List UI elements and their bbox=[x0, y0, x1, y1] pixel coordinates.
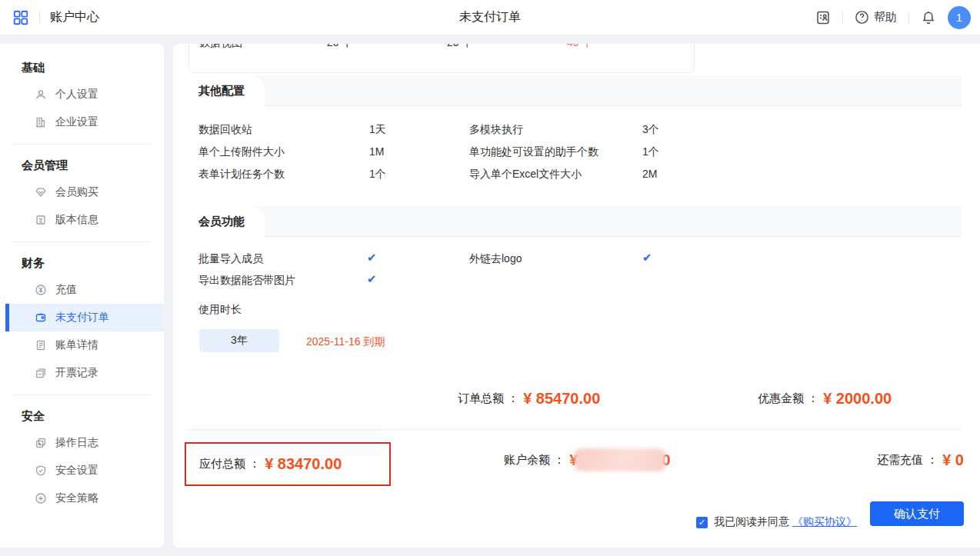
other-config-tab-strip: 其他配置 bbox=[188, 75, 962, 106]
sidebar-item-bill-details[interactable]: 账单详情 bbox=[0, 331, 164, 359]
sidebar-item-label: 开票记录 bbox=[55, 366, 98, 380]
sidebar-divider bbox=[12, 395, 152, 395]
bill-doc-icon bbox=[35, 339, 47, 351]
sidebar-item-personal-settings[interactable]: 个人设置 bbox=[0, 81, 164, 108]
header-divider bbox=[842, 12, 843, 24]
sidebar-item-label: 未支付订单 bbox=[55, 311, 109, 325]
discount-value: ¥ 2000.00 bbox=[823, 390, 892, 408]
invoice-icon bbox=[35, 367, 47, 379]
confirm-pay-button[interactable]: 确认支付 bbox=[870, 501, 964, 526]
shield-check-icon bbox=[35, 464, 47, 477]
check-icon: ✔ bbox=[367, 251, 377, 265]
quota-row-added: 20 个 bbox=[447, 44, 472, 50]
yen-circle-icon bbox=[35, 284, 47, 296]
sidebar-item-label: 企业设置 bbox=[55, 115, 98, 129]
quota-table-row: 数据视图 20 个 20 个 40 个 bbox=[189, 44, 694, 51]
header-divider bbox=[39, 12, 40, 24]
order-total-value: ¥ 85470.00 bbox=[523, 390, 600, 408]
help-icon bbox=[855, 10, 869, 25]
sidebar-divider bbox=[12, 144, 152, 145]
wallet-icon bbox=[35, 311, 47, 324]
sidebar-item-enterprise-settings[interactable]: 企业设置 bbox=[0, 108, 164, 136]
config-value: 1M bbox=[369, 145, 384, 158]
sidebar-divider bbox=[12, 241, 152, 242]
payable-value: ¥ 83470.00 bbox=[265, 455, 342, 473]
sidebar-heading-security: 安全 bbox=[0, 403, 164, 429]
balance-redacted-blur bbox=[575, 448, 665, 471]
config-value: 2M bbox=[642, 168, 657, 180]
config-value: 1个 bbox=[642, 145, 659, 159]
duration-label: 使用时长 bbox=[198, 303, 242, 317]
quota-table-card: 数据视图 20 个 20 个 40 个 bbox=[188, 44, 695, 73]
config-label: 数据回收站 bbox=[198, 123, 252, 137]
purchase-agreement-link[interactable]: 《购买协议》 bbox=[792, 515, 857, 529]
balance-label: 账户余额 ： bbox=[504, 453, 565, 468]
config-label: 多模块执行 bbox=[469, 123, 523, 137]
sidebar-item-label: 版本信息 bbox=[55, 213, 98, 227]
quota-row-total: 40 个 bbox=[567, 44, 592, 50]
diamond-icon bbox=[35, 186, 47, 198]
contact-book-icon[interactable] bbox=[815, 10, 831, 25]
summary-divider bbox=[188, 429, 962, 430]
config-value: 3个 bbox=[642, 123, 659, 137]
agreement-checkbox[interactable]: ✓ bbox=[696, 517, 708, 528]
app-title: 账户中心 bbox=[50, 9, 99, 25]
sidebar-item-label: 安全策略 bbox=[55, 491, 98, 505]
sidebar-item-unpaid-orders[interactable]: 未支付订单 bbox=[0, 304, 164, 331]
sidebar-nav: 基础 个人设置 企业设置 会员管理 会员购买 版本信息 bbox=[0, 44, 164, 548]
discount-label: 优惠金额 ： bbox=[758, 391, 818, 406]
logs-icon bbox=[35, 437, 47, 449]
sidebar-item-label: 个人设置 bbox=[55, 88, 98, 102]
feature-label: 外链去logo bbox=[469, 252, 522, 266]
config-value: 1个 bbox=[369, 168, 386, 181]
tab-member-features[interactable]: 会员功能 bbox=[188, 206, 265, 238]
config-value: 1天 bbox=[369, 123, 386, 137]
feature-label: 批量导入成员 bbox=[198, 252, 263, 266]
order-total-label: 订单总额 ： bbox=[458, 391, 518, 406]
user-icon bbox=[35, 88, 47, 101]
config-label: 表单计划任务个数 bbox=[198, 168, 285, 181]
help-button[interactable]: 帮助 bbox=[855, 10, 897, 25]
building-icon bbox=[35, 116, 47, 128]
sidebar-item-invoice-records[interactable]: 开票记录 bbox=[0, 359, 164, 387]
agreement-text: 我已阅读并同意 bbox=[714, 515, 789, 529]
page: 账户中心 未支付订单 帮助 bbox=[0, 0, 980, 556]
circle-plus-icon bbox=[35, 492, 47, 504]
user-avatar[interactable]: 1 bbox=[948, 6, 971, 29]
discount-group: 优惠金额 ： ¥ 2000.00 bbox=[758, 390, 892, 408]
payable-annotation-box: 应付总额 ： ¥ 83470.00 bbox=[185, 442, 391, 486]
config-label: 单功能处可设置的助手个数 bbox=[469, 145, 598, 159]
top-header: 账户中心 未支付订单 帮助 bbox=[0, 0, 980, 35]
duration-option-chip[interactable]: 3年 bbox=[199, 329, 279, 352]
main-content: 数据视图 20 个 20 个 40 个 其他配置 数据回收站 1天 多模块执行 … bbox=[173, 44, 980, 548]
recharge-needed-group: 还需充值 ： ¥ 0 bbox=[877, 448, 964, 471]
notification-bell-icon[interactable] bbox=[921, 10, 936, 25]
quota-row-current: 20 个 bbox=[327, 44, 352, 50]
sidebar-item-operation-logs[interactable]: 操作日志 bbox=[0, 429, 164, 457]
sidebar-item-version-info[interactable]: 版本信息 bbox=[0, 206, 164, 234]
sidebar-item-member-purchase[interactable]: 会员购买 bbox=[0, 178, 164, 206]
sidebar-item-security-policy[interactable]: 安全策略 bbox=[0, 484, 164, 512]
recharge-label: 还需充值 ： bbox=[877, 453, 938, 468]
header-divider bbox=[908, 12, 909, 24]
help-label: 帮助 bbox=[874, 10, 897, 25]
sidebar-item-label: 会员购买 bbox=[55, 185, 98, 199]
check-icon: ✔ bbox=[367, 272, 377, 286]
version-doc-icon bbox=[35, 214, 47, 226]
feature-label: 导出数据能否带图片 bbox=[198, 274, 295, 288]
agreement-row: ✓ 我已阅读并同意 《购买协议》 bbox=[696, 515, 857, 529]
sidebar-heading-membership: 会员管理 bbox=[0, 152, 164, 178]
sidebar-item-label: 操作日志 bbox=[55, 436, 98, 450]
config-label: 导入单个Excel文件大小 bbox=[469, 168, 582, 181]
sidebar-item-label: 充值 bbox=[55, 283, 77, 297]
app-grid-icon[interactable] bbox=[12, 9, 29, 26]
sidebar-item-recharge[interactable]: 充值 bbox=[0, 276, 164, 304]
quota-row-label: 数据视图 bbox=[199, 44, 242, 50]
config-label: 单个上传附件大小 bbox=[198, 145, 285, 159]
sidebar-heading-basic: 基础 bbox=[0, 55, 164, 81]
sidebar-item-security-settings[interactable]: 安全设置 bbox=[0, 457, 164, 484]
sidebar-heading-finance: 财务 bbox=[0, 250, 164, 276]
tab-other-config[interactable]: 其他配置 bbox=[188, 75, 265, 107]
sidebar-item-label: 账单详情 bbox=[55, 338, 98, 352]
check-icon: ✔ bbox=[642, 251, 652, 265]
